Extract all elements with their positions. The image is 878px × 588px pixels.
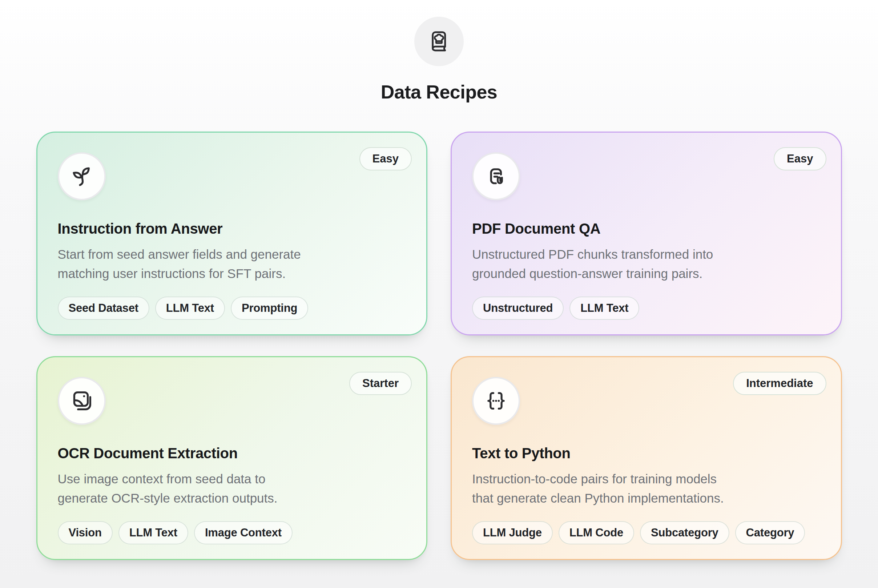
card-title: Text to Python xyxy=(472,444,821,462)
page-title: Data Recipes xyxy=(36,80,842,104)
tag-list: VisionLLM TextImage Context xyxy=(58,521,406,544)
tag-pill: Category xyxy=(735,521,805,544)
tag-pill: LLM Text xyxy=(569,297,639,320)
card-title: PDF Document QA xyxy=(472,220,821,237)
recipe-card[interactable]: Easy Instruction from Answer Start from … xyxy=(36,132,428,335)
difficulty-badge: Starter xyxy=(349,372,412,395)
sprout-icon xyxy=(58,152,106,200)
tag-pill: Seed Dataset xyxy=(58,297,149,320)
recipe-grid: Easy Instruction from Answer Start from … xyxy=(36,132,842,560)
tag-list: LLM JudgeLLM CodeSubcategoryCategory xyxy=(472,521,821,544)
tag-pill: Subcategory xyxy=(640,521,730,544)
tag-pill: LLM Text xyxy=(155,297,225,320)
page-header: Data Recipes xyxy=(36,0,842,104)
tag-pill: Image Context xyxy=(194,521,292,544)
page: Data Recipes Easy Instruction from Answe… xyxy=(36,0,842,560)
tag-pill: Prompting xyxy=(231,297,308,320)
difficulty-badge: Easy xyxy=(360,147,412,171)
card-description: Unstructured PDF chunks transformed into… xyxy=(472,244,821,283)
tag-list: UnstructuredLLM Text xyxy=(472,297,821,320)
tag-pill: Vision xyxy=(58,521,113,544)
images-icon xyxy=(58,377,106,425)
difficulty-badge: Intermediate xyxy=(733,372,826,395)
difficulty-badge: Easy xyxy=(774,147,826,171)
tag-pill: LLM Text xyxy=(118,521,188,544)
tag-pill: LLM Code xyxy=(559,521,634,544)
cookbook-icon xyxy=(414,17,464,66)
recipe-card[interactable]: Starter OCR Document Extraction Use imag… xyxy=(36,356,428,560)
recipe-card[interactable]: Easy PDF Document QA Unstructured PDF ch… xyxy=(451,132,842,335)
tag-pill: Unstructured xyxy=(472,297,563,320)
tag-list: Seed DatasetLLM TextPrompting xyxy=(58,297,406,320)
card-description: Instruction-to-code pairs for training m… xyxy=(472,469,821,508)
card-description: Start from seed answer fields and genera… xyxy=(58,244,406,283)
card-title: Instruction from Answer xyxy=(58,220,406,237)
braces-icon xyxy=(472,377,520,425)
card-title: OCR Document Extraction xyxy=(58,444,406,462)
document-paperclip-icon xyxy=(472,152,520,200)
tag-pill: LLM Judge xyxy=(472,521,553,544)
card-description: Use image context from seed data to gene… xyxy=(58,469,406,508)
recipe-card[interactable]: Intermediate Text to Python Instruction-… xyxy=(451,356,842,560)
